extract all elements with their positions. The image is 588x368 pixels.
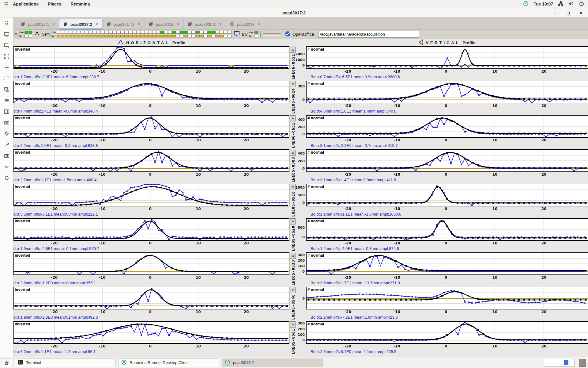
checkbox[interactable]	[100, 35, 104, 37]
checkbox[interactable]	[96, 35, 100, 37]
side-panel-icon[interactable]	[2, 107, 11, 116]
clock[interactable]: Tue 10:07	[533, 2, 553, 6]
checkbox[interactable]	[120, 35, 124, 37]
checkbox[interactable]	[61, 31, 64, 34]
checkbox[interactable]	[65, 31, 68, 34]
checkbox[interactable]	[116, 35, 120, 37]
checkbox[interactable]	[188, 35, 192, 37]
power-icon[interactable]	[579, 1, 584, 7]
checkbox[interactable]	[196, 31, 200, 34]
h-profile-plot[interactable]: inverted	[13, 321, 289, 344]
menu-remmina[interactable]: Remmina	[70, 2, 90, 6]
checkbox[interactable]	[192, 35, 196, 37]
checkbox[interactable]	[254, 35, 258, 37]
v-profile-plot[interactable]: # normal	[306, 252, 588, 275]
checkbox[interactable]	[128, 35, 132, 37]
checkbox[interactable]	[160, 31, 164, 34]
window-titlebar[interactable]: pcad3017:2 – ✕	[0, 8, 588, 17]
h-profile-plot[interactable]: inverted	[13, 81, 289, 103]
checkbox[interactable]	[216, 31, 220, 34]
workspace-pager[interactable]	[544, 359, 575, 367]
tab-pcad3020-1[interactable]: pcad3020:1✕	[184, 19, 226, 29]
h-profile-plot[interactable]: inverted	[13, 149, 289, 172]
checkbox[interactable]	[81, 35, 84, 37]
v-profile-plot[interactable]: # normal	[306, 46, 588, 69]
row-settings-button[interactable]: ≋	[290, 150, 296, 156]
openoffice-launcher[interactable]: OpenOffice	[283, 30, 316, 38]
checkbox[interactable]	[176, 35, 180, 37]
checkbox[interactable]	[96, 31, 100, 34]
checkbox[interactable]	[180, 31, 184, 34]
checkbox[interactable]	[120, 31, 124, 34]
checkbox[interactable]	[24, 35, 28, 37]
checkbox[interactable]	[152, 35, 156, 37]
checkbox[interactable]	[204, 31, 208, 34]
checkbox[interactable]	[160, 35, 164, 37]
checkbox[interactable]	[184, 35, 188, 37]
checkbox[interactable]	[144, 35, 148, 37]
checkbox[interactable]	[24, 31, 28, 34]
checkbox[interactable]	[224, 31, 228, 34]
checkbox[interactable]	[61, 35, 64, 37]
checkbox[interactable]	[168, 35, 172, 37]
fullscreen-icon[interactable]	[2, 52, 11, 60]
row-settings-button[interactable]: ≋	[290, 287, 296, 293]
checkbox[interactable]	[108, 31, 112, 34]
checkbox[interactable]	[73, 31, 76, 34]
tools-wrench-icon[interactable]	[2, 140, 11, 149]
checkbox[interactable]	[132, 31, 136, 34]
checkbox[interactable]	[65, 35, 68, 37]
checkbox[interactable]	[216, 35, 220, 37]
tab-close-icon[interactable]: ✕	[95, 22, 98, 26]
row-settings-button[interactable]: ≋	[290, 115, 296, 121]
v-profile-plot[interactable]: # normal	[306, 287, 588, 309]
checkbox[interactable]	[164, 31, 168, 34]
row-settings-button[interactable]: ≋	[290, 218, 296, 224]
checkbox[interactable]	[116, 31, 120, 34]
checkbox[interactable]	[108, 35, 112, 37]
checkbox[interactable]	[164, 35, 168, 37]
h-profile-plot[interactable]: inverted	[13, 252, 289, 275]
checkbox[interactable]	[128, 31, 132, 34]
tab-close-icon[interactable]: ✕	[51, 22, 55, 26]
checkbox[interactable]	[92, 35, 96, 37]
connect-monitor-icon[interactable]	[2, 30, 11, 38]
checkbox[interactable]	[224, 35, 228, 37]
active-workspace[interactable]	[564, 360, 568, 365]
checkbox[interactable]	[200, 35, 204, 37]
checkbox[interactable]	[220, 31, 224, 34]
taskbar-pcad3017-2[interactable]: pcad3017:2	[222, 358, 323, 367]
row-settings-button[interactable]: ≋	[290, 47, 296, 53]
checkbox[interactable]	[28, 31, 32, 34]
row-settings-button[interactable]: ≋	[290, 253, 296, 259]
checkbox[interactable]	[228, 31, 232, 34]
checkbox[interactable]	[148, 31, 152, 34]
refresh-connection-icon[interactable]	[2, 174, 11, 182]
checkbox[interactable]	[196, 35, 200, 37]
h-profile-plot[interactable]: inverted	[13, 115, 289, 138]
v-profile-plot[interactable]: # normal	[306, 184, 588, 206]
checkbox[interactable]	[208, 35, 212, 37]
menu-places[interactable]: Places	[48, 2, 61, 6]
checkbox[interactable]	[192, 31, 196, 34]
tab-pcad3017-3[interactable]: pcad3017:3✕	[103, 19, 145, 29]
v-profile-plot[interactable]: # normal	[306, 81, 588, 103]
show-desktop-button[interactable]	[579, 359, 586, 367]
checkbox[interactable]	[77, 31, 80, 34]
checkbox[interactable]	[104, 35, 108, 37]
checkbox[interactable]	[112, 31, 116, 34]
taskbar-terminal[interactable]: Terminal	[15, 358, 116, 367]
window-switcher-button[interactable]	[2, 358, 12, 367]
checkbox[interactable]	[85, 31, 88, 34]
v-profile-plot[interactable]: # normal	[306, 218, 588, 241]
checkbox[interactable]	[69, 35, 72, 37]
screenshot-camera-icon[interactable]	[2, 151, 11, 160]
keyboard-grab-icon[interactable]	[2, 118, 11, 127]
checkbox[interactable]	[104, 31, 108, 34]
preferences-gear-icon[interactable]	[2, 129, 11, 138]
taskbar-remmina-remote-desktop-client[interactable]: Remmina Remote Desktop Client	[118, 358, 219, 367]
h-profile-plot[interactable]: inverted	[13, 184, 289, 206]
checkbox[interactable]	[92, 31, 96, 34]
checkbox[interactable]	[28, 35, 32, 37]
toolbar-slider[interactable]	[263, 33, 281, 36]
